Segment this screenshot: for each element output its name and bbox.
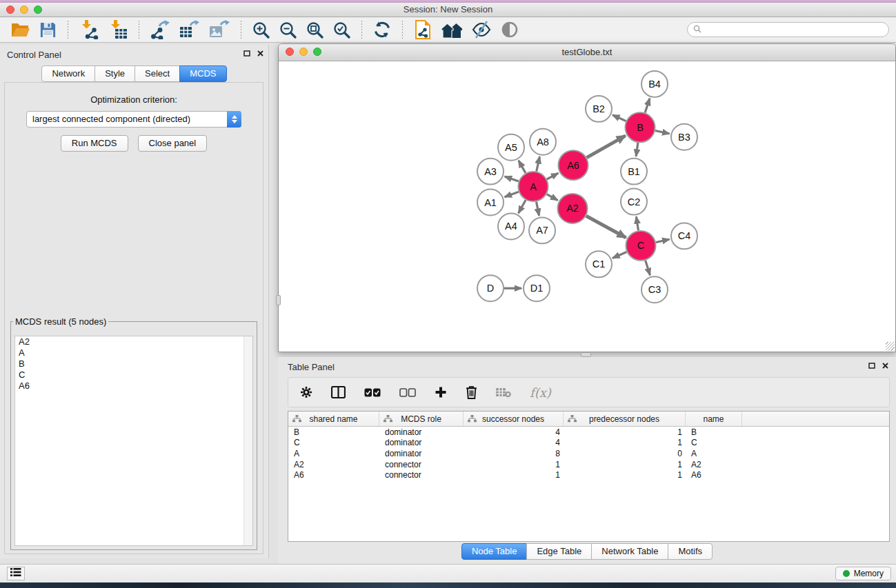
network-canvas[interactable]: AA1A2A3A4A5A6A7A8BB1B2B3B4CC1C2C3C4DD1 <box>279 61 895 352</box>
column-header-successor-nodes[interactable]: successor nodes <box>464 412 564 426</box>
refresh-network-view-icon[interactable] <box>373 19 391 40</box>
node-A3[interactable]: A3 <box>477 159 504 185</box>
zoom-window-button[interactable] <box>34 6 42 14</box>
window-resize-grip[interactable] <box>886 342 895 351</box>
node-B2[interactable]: B2 <box>586 96 612 122</box>
result-list-item[interactable]: C <box>15 369 252 381</box>
import-network-icon[interactable] <box>79 19 99 40</box>
import-table-icon[interactable] <box>108 19 128 40</box>
result-list-item[interactable]: A2 <box>15 336 252 347</box>
tab-select[interactable]: Select <box>135 65 180 82</box>
float-table-panel-icon[interactable] <box>868 363 875 369</box>
close-network-window-button[interactable] <box>286 48 294 56</box>
node-B3[interactable]: B3 <box>671 124 697 150</box>
edge-B-B3[interactable] <box>655 131 670 134</box>
edge-C-C4[interactable] <box>656 239 670 242</box>
edge-A-A8[interactable] <box>537 156 540 171</box>
node-C3[interactable]: C3 <box>641 276 668 303</box>
network-from-document-icon[interactable] <box>414 19 432 40</box>
node-C1[interactable]: C1 <box>586 251 612 277</box>
close-panel-icon[interactable] <box>257 50 263 57</box>
criterion-dropdown[interactable]: largest connected component (directed) <box>26 111 241 128</box>
delete-row-icon[interactable] <box>466 385 477 399</box>
node-C[interactable]: C <box>626 231 656 261</box>
go-home-icon[interactable] <box>441 19 462 40</box>
edge-A-A5[interactable] <box>519 161 526 173</box>
node-C2[interactable]: C2 <box>621 189 647 215</box>
node-A6[interactable]: A6 <box>559 150 588 180</box>
node-D[interactable]: D <box>477 275 504 301</box>
search-field[interactable] <box>687 22 889 37</box>
node-C4[interactable]: C4 <box>671 223 697 249</box>
table-tab-motifs[interactable]: Motifs <box>668 543 713 560</box>
export-table-icon[interactable] <box>179 19 199 40</box>
zoom-selected-region-icon[interactable] <box>333 19 350 40</box>
delete-table-icon[interactable] <box>496 387 511 398</box>
node-D1[interactable]: D1 <box>524 275 550 301</box>
function-builder-icon[interactable]: f(x) <box>530 385 551 400</box>
result-list-item[interactable]: A <box>15 347 252 358</box>
edge-A-A7[interactable] <box>537 202 539 216</box>
table-tab-network-table[interactable]: Network Table <box>591 543 668 560</box>
table-row-B[interactable]: Bdominator41B <box>288 427 889 438</box>
node-B[interactable]: B <box>626 112 655 142</box>
edge-A-A3[interactable] <box>505 176 519 181</box>
result-list-scrollbar[interactable] <box>243 336 252 545</box>
edge-A-A2[interactable] <box>547 194 558 201</box>
edge-B-B4[interactable] <box>645 99 650 113</box>
table-row-A[interactable]: Adominator80A <box>288 448 889 459</box>
task-history-button[interactable] <box>7 567 25 580</box>
edge-A-A6[interactable] <box>547 173 559 179</box>
edge-C-C2[interactable] <box>636 216 638 230</box>
column-view-icon[interactable] <box>331 386 346 398</box>
node-A4[interactable]: A4 <box>498 213 524 239</box>
select-all-icon[interactable] <box>364 388 381 397</box>
node-A[interactable]: A <box>519 172 548 201</box>
search-input[interactable] <box>705 24 888 35</box>
zoom-out-icon[interactable] <box>279 19 297 40</box>
node-A2[interactable]: A2 <box>558 194 588 223</box>
deselect-all-icon[interactable] <box>399 388 416 397</box>
mcds-result-list[interactable]: A2ABCA6 <box>14 336 253 546</box>
edge-A-A4[interactable] <box>519 200 526 213</box>
edge-B-B2[interactable] <box>613 115 626 121</box>
float-panel-icon[interactable] <box>243 50 250 57</box>
column-header-shared-name[interactable]: shared name <box>288 412 379 426</box>
result-list-item[interactable]: A6 <box>15 381 252 392</box>
edge-C-C1[interactable] <box>613 252 626 258</box>
add-row-icon[interactable] <box>435 386 447 398</box>
table-row-C[interactable]: Cdominator41C <box>288 438 889 449</box>
table-tab-node-table[interactable]: Node Table <box>461 543 528 560</box>
open-session-icon[interactable] <box>10 19 30 40</box>
close-panel-button[interactable]: Close panel <box>138 135 208 152</box>
settings-icon[interactable] <box>300 386 312 398</box>
save-session-icon[interactable] <box>39 19 57 40</box>
node-A5[interactable]: A5 <box>498 134 524 161</box>
zoom-network-window-button[interactable] <box>313 48 321 56</box>
tab-network[interactable]: Network <box>41 65 95 82</box>
vertical-splitter-handle[interactable] <box>276 295 281 305</box>
minimize-network-window-button[interactable] <box>299 48 308 56</box>
zoom-in-icon[interactable] <box>252 19 270 40</box>
tab-style[interactable]: Style <box>94 65 135 82</box>
node-A1[interactable]: A1 <box>477 190 504 216</box>
node-B1[interactable]: B1 <box>621 159 647 185</box>
edge-A-A1[interactable] <box>505 192 519 196</box>
network-window-titlebar[interactable]: testGlobe.txt <box>279 44 895 61</box>
minimize-window-button[interactable] <box>20 6 28 14</box>
column-header-predecessor-nodes[interactable]: predecessor nodes <box>564 412 686 426</box>
zoom-fit-content-icon[interactable] <box>306 19 323 40</box>
edge-B-B1[interactable] <box>636 143 638 156</box>
hide-graphics-details-icon[interactable] <box>472 19 491 40</box>
column-header-name[interactable]: name <box>686 412 742 426</box>
node-B4[interactable]: B4 <box>641 71 668 97</box>
export-network-icon[interactable] <box>150 19 170 40</box>
result-list-item[interactable]: B <box>15 358 252 369</box>
toggle-graphics-details-icon[interactable] <box>501 19 519 40</box>
table-row-A6[interactable]: A6connector11A6 <box>288 469 889 480</box>
table-row-A2[interactable]: A2connector11A2 <box>288 459 889 470</box>
horizontal-splitter-handle[interactable] <box>581 352 591 357</box>
memory-button[interactable]: Memory <box>835 567 891 580</box>
edge-C-C3[interactable] <box>646 261 650 275</box>
table-tab-edge-table[interactable]: Edge Table <box>526 543 592 560</box>
